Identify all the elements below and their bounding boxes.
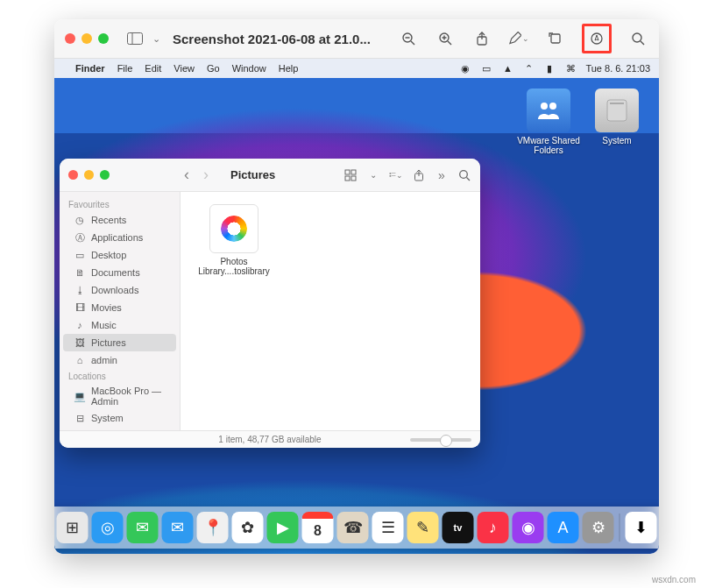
dock-item-mail[interactable]: ✉ [162,512,194,543]
zoom-in-icon[interactable] [435,28,456,49]
dock-item-reminders[interactable]: ☰ [372,512,404,543]
finder-titlebar: ‹ › Pictures ⌄ ⌄ » [60,159,480,192]
file-item-photos-library[interactable]: Photos Library....toslibrary [195,204,273,276]
svg-rect-23 [390,173,392,174]
finder-traffic-lights [68,170,110,180]
sidebar-item-pictures[interactable]: 🖼Pictures [63,334,176,351]
dock-item-podcasts[interactable]: ◉ [513,512,544,543]
zoom-slider[interactable] [410,438,471,442]
group-icon[interactable]: ⌄ [389,168,403,182]
sidebar-item-label: Movies [91,302,122,313]
dock-item-facetime[interactable]: ▶ [267,512,299,543]
dock-item-messages[interactable]: ✉ [127,512,159,543]
forward-button[interactable]: › [199,168,213,182]
display-icon[interactable]: ▭ [480,62,492,74]
dock-item-photos[interactable]: ✿ [232,512,264,543]
apps-icon: Ⓐ [74,231,86,244]
dock-item-music[interactable]: ♪ [478,512,509,543]
sidebar-item-recents[interactable]: ◷Recents [63,211,176,229]
svg-point-15 [541,103,548,110]
dock-item-maps[interactable]: 📍 [197,512,229,543]
search-icon[interactable] [457,168,471,182]
sidebar-item-label: Recents [91,215,126,225]
desktop-icon-label: System [585,136,648,145]
sidebar-item-desktop[interactable]: ▭Desktop [63,246,176,264]
svg-point-13 [633,33,641,42]
svg-rect-25 [390,175,392,177]
sidebar-item-downloads[interactable]: ⭳Downloads [63,281,176,299]
finder-content: Photos Library....toslibrary [181,192,480,430]
wifi-icon[interactable]: ⌃ [522,62,535,74]
dock-item-preferences[interactable]: ⚙ [583,512,614,543]
downloads-icon: ⭳ [74,284,86,296]
record-icon[interactable]: ◉ [459,62,471,74]
sidebar-item-admin[interactable]: ⌂admin [63,351,176,369]
close-button[interactable] [68,170,78,180]
menu-window[interactable]: Window [232,63,266,74]
close-button[interactable] [65,33,75,44]
watermark: wsxdn.com [652,575,696,584]
desktop-icon-system[interactable]: System [585,89,648,145]
dock-item-tv[interactable]: tv [443,512,474,543]
dock-item-safari[interactable]: ◎ [92,512,124,543]
chevron-down-icon[interactable]: ⌄ [366,168,380,182]
dock-item-contacts[interactable]: ☎ [337,512,369,543]
menu-help[interactable]: Help [279,63,299,74]
svg-rect-0 [128,33,143,45]
svg-rect-11 [551,34,560,43]
svg-line-14 [641,41,644,45]
grid-view-icon[interactable] [343,168,358,182]
back-button[interactable]: ‹ [180,168,194,182]
dock-item-appstore[interactable]: A [548,512,579,543]
dock-item-notes[interactable]: ✎ [407,512,439,543]
minimize-button[interactable] [84,170,94,180]
dock-item-downloads-stack[interactable]: ⬇ [626,512,657,543]
airplay-icon[interactable]: ▲ [501,62,513,74]
control-center-icon[interactable]: ⌘ [564,62,577,74]
sidebar-item-documents[interactable]: 🗎Documents [63,264,176,281]
svg-rect-21 [345,176,350,181]
pictures-icon: 🖼 [74,337,86,349]
menu-view[interactable]: View [173,63,195,74]
sidebar-toggle-icon[interactable] [124,28,145,49]
desktop-icon-label: VMware Shared Folders [517,136,580,155]
menubar-app-name[interactable]: Finder [75,63,105,74]
sidebar-item-label: Desktop [91,250,126,260]
markup-icon[interactable] [586,28,607,49]
documents-icon: 🗎 [74,266,86,279]
svg-line-3 [411,41,414,45]
sidebar-item-macbook[interactable]: 💻MacBook Pro — Admin [63,383,176,409]
sidebar-item-label: Music [91,320,117,330]
menubar: Finder File Edit View Go Window Help ◉ ▭… [54,59,659,78]
sidebar-item-system-disk[interactable]: ⊟System [63,409,176,427]
sidebar-item-movies[interactable]: 🎞Movies [63,299,176,316]
battery-icon[interactable]: ▮ [543,62,556,74]
menubar-clock[interactable]: Tue 8. 6. 21:03 [585,63,650,74]
fullscreen-button[interactable] [98,33,109,44]
sidebar-section-locations: Locations [60,369,180,383]
share-icon[interactable] [471,28,492,49]
desktop-icon-shared-folders[interactable]: VMware Shared Folders [517,89,580,155]
dock-separator [620,514,620,542]
disk-icon: ⊟ [74,412,86,424]
svg-point-29 [460,170,468,178]
more-icon[interactable]: » [435,168,449,182]
search-icon[interactable] [627,28,648,49]
fullscreen-button[interactable] [100,170,110,180]
menu-edit[interactable]: Edit [145,63,161,74]
share-icon[interactable] [412,168,426,182]
menu-go[interactable]: Go [207,63,220,74]
zoom-out-icon[interactable] [398,28,419,49]
svg-rect-18 [610,103,624,104]
sidebar-item-music[interactable]: ♪Music [63,316,176,334]
sidebar-chevron-icon[interactable]: ⌄ [152,33,160,45]
dock-item-launchpad[interactable]: ⊞ [57,512,89,543]
dock-item-calendar[interactable]: 8 [302,512,334,543]
movies-icon: 🎞 [74,301,86,314]
minimize-button[interactable] [81,33,92,44]
sidebar-item-applications[interactable]: ⒶApplications [63,229,176,246]
sidebar-item-label: Pictures [91,337,126,348]
menu-file[interactable]: File [117,63,133,74]
rotate-icon[interactable] [545,28,566,49]
markup-pen-icon[interactable]: ⌄ [508,28,529,49]
